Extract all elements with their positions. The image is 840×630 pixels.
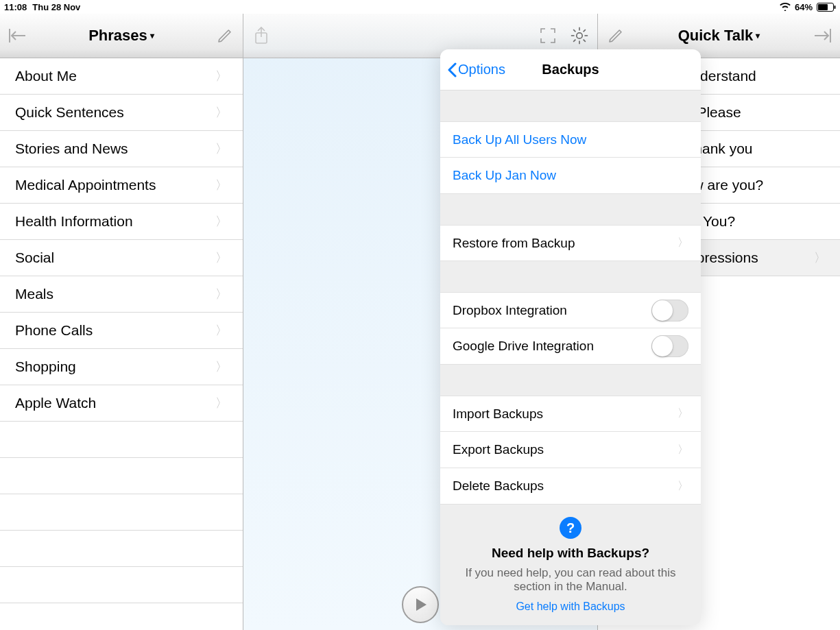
help-text: If you need help, you can read about thi…: [454, 566, 687, 594]
battery-icon: [817, 3, 836, 12]
svg-line-14: [584, 29, 586, 32]
edit-icon[interactable]: [606, 26, 625, 45]
chevron-right-icon: 〉: [215, 177, 228, 193]
list-item-label: About Me: [15, 68, 77, 84]
restore-from-backup-button[interactable]: Restore from Backup 〉: [440, 225, 701, 261]
svg-rect-2: [835, 5, 836, 9]
help-title: Need help with Backups?: [454, 546, 687, 561]
list-item-label: Stories and News: [15, 141, 128, 157]
dropbox-toggle[interactable]: [651, 300, 688, 322]
chevron-right-icon: 〉: [677, 236, 688, 250]
edit-icon[interactable]: [215, 26, 235, 45]
status-bar: 11:08 Thu 28 Nov 64%: [0, 0, 840, 14]
left-title-label: Phrases: [88, 27, 147, 45]
svg-rect-1: [818, 4, 828, 10]
chevron-right-icon: 〉: [215, 104, 228, 121]
left-panel: Phrases ▾ About Me〉Quick Sentences〉Stori…: [0, 14, 243, 630]
list-item[interactable]: Health Information〉: [0, 204, 243, 240]
import-backups-button[interactable]: Import Backups 〉: [440, 396, 701, 432]
list-item-empty: [0, 531, 243, 567]
backup-all-users-button[interactable]: Back Up All Users Now: [440, 121, 701, 158]
svg-line-15: [573, 40, 575, 42]
chevron-right-icon: 〉: [215, 359, 228, 375]
collapse-left-icon[interactable]: [8, 26, 27, 45]
svg-line-12: [573, 29, 575, 32]
delete-backups-button[interactable]: Delete Backups 〉: [440, 468, 701, 505]
svg-line-13: [584, 40, 586, 42]
list-item[interactable]: Shopping〉: [0, 349, 243, 385]
chevron-down-icon: ▾: [150, 31, 154, 40]
list-item-label: Shopping: [15, 359, 76, 375]
list-item[interactable]: Quick Sentences〉: [0, 95, 243, 131]
list-item[interactable]: Phone Calls〉: [0, 313, 243, 349]
right-title-label: Quick Talk: [678, 27, 754, 45]
chevron-right-icon: 〉: [215, 322, 228, 339]
list-item[interactable]: Meals〉: [0, 276, 243, 313]
right-title-dropdown[interactable]: Quick Talk ▾: [678, 27, 760, 45]
svg-point-7: [577, 33, 582, 38]
backup-user-button[interactable]: Back Up Jan Now: [440, 158, 701, 194]
back-label: Options: [458, 62, 505, 77]
list-item-label: Health Information: [15, 213, 133, 230]
backups-popover: Options Backups Back Up All Users Now Ba…: [440, 49, 701, 625]
list-item[interactable]: Social〉: [0, 240, 243, 276]
popover-title: Backups: [542, 62, 599, 77]
list-item-label: Phone Calls: [15, 322, 93, 339]
phrases-list: About Me〉Quick Sentences〉Stories and New…: [0, 58, 243, 603]
list-item[interactable]: Medical Appointments〉: [0, 167, 243, 204]
list-item[interactable]: Stories and News〉: [0, 131, 243, 167]
list-item[interactable]: About Me〉: [0, 58, 243, 95]
status-time: 11:08: [4, 2, 27, 12]
chevron-right-icon: 〉: [814, 250, 826, 266]
help-icon: ?: [560, 517, 581, 539]
list-item[interactable]: Apple Watch〉: [0, 385, 243, 422]
chevron-right-icon: 〉: [215, 286, 228, 302]
list-item-label: Quick Sentences: [15, 104, 124, 121]
popover-header: Options Backups: [440, 49, 701, 90]
collapse-right-icon[interactable]: [813, 26, 832, 45]
expand-icon[interactable]: [538, 26, 557, 45]
chevron-down-icon: ▾: [756, 31, 760, 40]
chevron-right-icon: 〉: [215, 250, 228, 266]
export-backups-button[interactable]: Export Backups 〉: [440, 432, 701, 468]
list-item-label: You?: [703, 213, 735, 230]
chevron-right-icon: 〉: [215, 141, 228, 157]
gdrive-toggle[interactable]: [651, 335, 688, 357]
svg-marker-16: [416, 598, 427, 611]
list-item-empty: [0, 458, 243, 494]
chevron-right-icon: 〉: [215, 213, 228, 230]
list-item-empty: [0, 422, 243, 458]
gdrive-toggle-row: Google Drive Integration: [440, 328, 701, 365]
dropbox-toggle-row: Dropbox Integration: [440, 292, 701, 328]
chevron-right-icon: 〉: [677, 443, 688, 457]
chevron-right-icon: 〉: [215, 395, 228, 411]
list-item-label: Meals: [15, 286, 53, 302]
chevron-right-icon: 〉: [215, 68, 228, 84]
list-item-label: Please: [697, 104, 741, 121]
share-icon[interactable]: [252, 26, 271, 45]
left-title-dropdown[interactable]: Phrases ▾: [88, 27, 154, 45]
gear-icon[interactable]: [570, 26, 589, 45]
list-item-empty: [0, 567, 243, 603]
battery-percent: 64%: [795, 2, 813, 12]
chevron-right-icon: 〉: [677, 407, 688, 421]
left-toolbar: Phrases ▾: [0, 14, 243, 58]
chevron-right-icon: 〉: [677, 479, 688, 494]
help-section: ? Need help with Backups? If you need he…: [440, 505, 701, 625]
back-button[interactable]: Options: [447, 62, 505, 77]
wifi-icon: [780, 3, 791, 11]
help-link[interactable]: Get help with Backups: [454, 601, 687, 613]
status-date: Thu 28 Nov: [32, 2, 80, 12]
list-item-label: Apple Watch: [15, 395, 96, 411]
play-button[interactable]: [402, 586, 439, 623]
list-item-empty: [0, 494, 243, 531]
list-item-label: Social: [15, 250, 54, 266]
list-item-label: Medical Appointments: [15, 177, 156, 193]
